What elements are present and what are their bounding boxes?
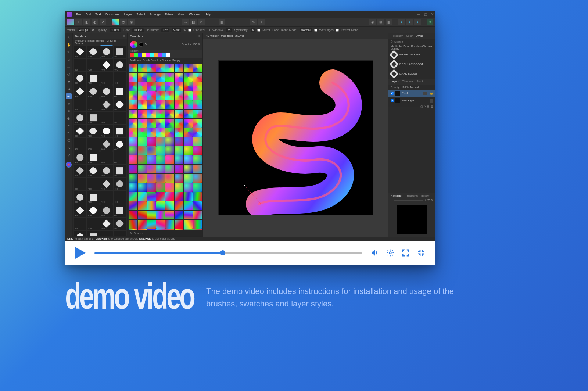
brush-thumb[interactable]: 400 xyxy=(100,151,113,164)
brush-thumb[interactable]: 400 xyxy=(87,231,100,236)
brush-thumb[interactable]: 400 xyxy=(87,98,100,111)
brush-preview-icon[interactable]: ✲ xyxy=(92,29,94,32)
swatch-thumb[interactable] xyxy=(156,220,165,229)
swatch-thumb[interactable] xyxy=(175,174,183,183)
more-button[interactable]: More xyxy=(172,28,181,32)
swatch-thumb[interactable] xyxy=(138,183,147,192)
swatch-thumb[interactable] xyxy=(156,64,165,72)
zoom-in-icon[interactable]: + xyxy=(424,199,426,201)
swatch-thumb[interactable] xyxy=(184,91,193,100)
swatch-thumb[interactable] xyxy=(129,155,137,164)
tab-histogram[interactable]: Histogram xyxy=(391,35,403,37)
tab-transform[interactable]: Transform xyxy=(405,194,418,197)
menu-file[interactable]: File xyxy=(76,13,81,16)
swatch-thumb[interactable] xyxy=(175,165,183,173)
stabilizer-checkbox[interactable] xyxy=(188,29,191,32)
brush-thumb[interactable]: 400 xyxy=(100,178,113,190)
toolbar-wheel-icon[interactable]: ◉ xyxy=(128,19,135,25)
swatch-thumb[interactable] xyxy=(147,110,156,118)
swatch-thumb[interactable] xyxy=(147,201,156,210)
swatch-thumb[interactable] xyxy=(165,64,174,72)
swatch-thumb[interactable] xyxy=(147,211,156,219)
brush-thumb[interactable]: 400 xyxy=(74,191,86,204)
brush-thumb[interactable]: 400 xyxy=(74,98,86,111)
toolbar-grid-icon[interactable]: ▦ xyxy=(386,19,392,25)
swatch-thumb[interactable] xyxy=(193,201,202,210)
tab-styles[interactable]: Styles xyxy=(416,35,423,38)
swatch-thumb[interactable] xyxy=(129,174,137,183)
brush-thumb[interactable]: 400 xyxy=(87,46,100,58)
background-color-icon[interactable] xyxy=(139,42,143,47)
brush-thumb[interactable]: 400 xyxy=(114,165,126,177)
swatch-thumb[interactable] xyxy=(165,165,174,173)
brush-thumb[interactable]: 400 xyxy=(87,85,100,98)
brush-thumb[interactable]: 400 xyxy=(114,138,126,151)
panel-menu-icon[interactable]: ≡ xyxy=(198,35,200,38)
swatch-thumb[interactable] xyxy=(165,91,174,100)
swatch-thumb[interactable] xyxy=(129,146,137,155)
layer-check[interactable] xyxy=(391,99,394,102)
styles-category[interactable]: Multicolor Brush Bundle - Chroma Supply xyxy=(388,45,435,50)
menu-edit[interactable]: Edit xyxy=(86,13,91,16)
swatch-thumb[interactable] xyxy=(175,146,183,155)
swatch-thumb[interactable] xyxy=(147,165,156,173)
layer-add-icon[interactable]: ▦ xyxy=(427,105,430,106)
colorpicker-tool-icon[interactable]: ✎ xyxy=(66,49,72,55)
swatch-thumb[interactable] xyxy=(165,110,174,118)
swatch-thumb[interactable] xyxy=(193,192,202,201)
swatch-thumb[interactable] xyxy=(193,110,202,118)
swatch-opacity[interactable]: 100 % xyxy=(193,43,200,46)
swatch-thumb[interactable] xyxy=(165,183,174,192)
brush-thumb[interactable]: 400 xyxy=(74,231,86,236)
fullscreen-icon[interactable] xyxy=(402,249,410,257)
erase-tool-icon[interactable]: ▱ xyxy=(66,101,72,107)
swatch-thumb[interactable] xyxy=(129,64,137,72)
brush-thumb[interactable]: 400 xyxy=(100,85,113,98)
opacity-value[interactable]: 100 % xyxy=(110,28,121,32)
toolbar-refine-icon[interactable]: ✎ xyxy=(250,19,257,25)
brush-thumb[interactable]: 400 xyxy=(114,112,126,124)
swatch-thumb[interactable] xyxy=(138,110,147,118)
brush-thumb[interactable]: 400 xyxy=(87,218,100,230)
persona-develop-icon[interactable]: ◧ xyxy=(83,19,90,25)
swatch-thumb[interactable] xyxy=(156,73,165,82)
layer-opacity[interactable]: 100 % xyxy=(402,86,409,89)
exit-fullscreen-icon[interactable] xyxy=(417,249,425,257)
smudge-tool-icon[interactable]: ∿ xyxy=(66,123,72,129)
swatch-thumb[interactable] xyxy=(175,100,183,109)
swatch-thumb[interactable] xyxy=(184,165,193,173)
menu-select[interactable]: Select xyxy=(136,13,145,16)
brush-thumb[interactable]: 400 xyxy=(100,98,113,111)
layer-check[interactable] xyxy=(391,92,394,95)
protect-checkbox[interactable] xyxy=(336,29,339,32)
swatch-thumb[interactable] xyxy=(175,73,183,82)
swatch-thumb[interactable] xyxy=(184,183,193,192)
persona-tone-icon[interactable]: ◐ xyxy=(92,19,98,25)
swatch-thumb[interactable] xyxy=(175,201,183,210)
swatch-thumb[interactable] xyxy=(138,220,147,229)
window-controls[interactable]: — ▢ ✕ xyxy=(417,13,434,16)
hardness-value[interactable]: 0 % xyxy=(161,28,169,32)
style-item[interactable]: DARK BOOST xyxy=(388,69,435,79)
menu-document[interactable]: Document xyxy=(105,13,120,16)
recent-swatch[interactable] xyxy=(154,53,158,57)
swatch-thumb[interactable] xyxy=(175,128,183,137)
swatch-thumb[interactable] xyxy=(193,174,202,183)
dodge-tool-icon[interactable]: ◐ xyxy=(66,115,72,121)
swatch-thumb[interactable] xyxy=(138,91,147,100)
swatch-thumb[interactable] xyxy=(147,137,156,146)
recent-swatch[interactable] xyxy=(162,53,166,57)
swatch-thumb[interactable] xyxy=(129,165,137,173)
swatch-thumb[interactable] xyxy=(193,82,202,91)
swatch-thumb[interactable] xyxy=(147,64,156,72)
toolbar-crop-icon[interactable]: ⧄ xyxy=(198,19,205,25)
brush-thumb[interactable]: 400 xyxy=(87,72,100,85)
swatch-thumb[interactable] xyxy=(156,82,165,91)
swatch-thumb[interactable] xyxy=(165,155,174,164)
layer-visibility-icon[interactable] xyxy=(423,92,427,95)
swatch-thumb[interactable] xyxy=(193,183,202,192)
swatch-thumb[interactable] xyxy=(165,82,174,91)
zoom-value[interactable]: 75 % xyxy=(427,199,433,201)
play-button[interactable] xyxy=(75,247,86,259)
brush-thumb[interactable]: 400 xyxy=(74,85,86,98)
